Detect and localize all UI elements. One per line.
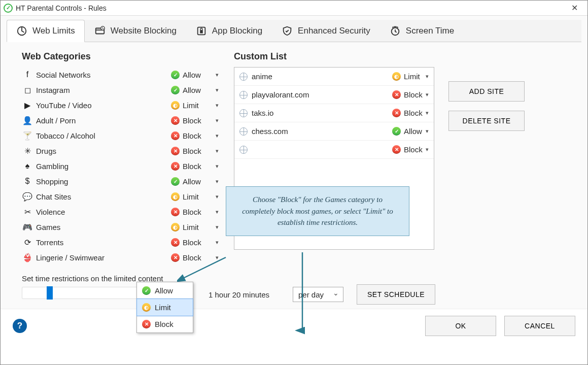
status-block-icon: ✕ xyxy=(171,238,180,247)
close-button[interactable]: ✕ xyxy=(564,1,584,15)
site-action-select[interactable]: ◐Limit ▾ xyxy=(391,71,430,82)
category-row: ✳ Drugs ✕Block ▾ xyxy=(22,143,220,158)
status-limit-icon: ◐ xyxy=(171,101,180,110)
add-site-button[interactable]: ADD SITE xyxy=(448,81,525,102)
action-dropdown[interactable]: ✓Allow◐Limit✕Block xyxy=(136,282,193,333)
globe-icon xyxy=(239,146,248,154)
chevron-down-icon: ▾ xyxy=(426,110,429,116)
tab-enhanced-security[interactable]: Enhanced Security xyxy=(272,20,380,42)
category-action-select[interactable]: ◐Limit ▾ xyxy=(170,100,220,111)
action-label: Block xyxy=(404,109,423,117)
site-action-select[interactable]: ✕Block ▾ xyxy=(391,108,430,118)
custom-list-column: Custom List anime ◐Limit ▾ playvalorant.… xyxy=(234,51,566,305)
category-action-select[interactable]: ✕Block ▾ xyxy=(170,237,220,248)
tab-screen-time[interactable]: Screen Time xyxy=(380,20,464,42)
rules-window: ✓ HT Parental Controls - Rules ✕ Web Lim… xyxy=(0,0,588,365)
category-row: $ Shopping ✓Allow ▾ xyxy=(22,174,220,189)
custom-site-row[interactable]: chess.com ✓Allow ▾ xyxy=(234,122,434,141)
status-block-icon: ✕ xyxy=(171,116,180,125)
category-action-select[interactable]: ✕Block ▾ xyxy=(170,115,220,126)
custom-site-row[interactable]: anime ◐Limit ▾ xyxy=(234,68,434,86)
chevron-down-icon: ▾ xyxy=(216,239,219,246)
clock-icon xyxy=(390,25,401,37)
category-row: 🍸 Tobacco / Alcohol ✕Block ▾ xyxy=(22,128,220,143)
site-action-select[interactable]: ✓Allow ▾ xyxy=(391,126,430,137)
facebook-icon: f xyxy=(22,70,33,79)
action-label: Limit xyxy=(404,72,420,81)
chevron-down-icon: ▾ xyxy=(426,91,429,98)
action-label: Block xyxy=(155,320,174,328)
category-label: Drugs xyxy=(33,147,170,155)
chevron-down-icon: ▾ xyxy=(216,178,219,185)
chevron-down-icon: ▾ xyxy=(216,163,219,170)
help-button[interactable]: ? xyxy=(13,319,27,333)
app-icon: ✓ xyxy=(4,4,13,13)
category-row: ◻ Instagram ✓Allow ▾ xyxy=(22,82,220,97)
tab-label: App Blocking xyxy=(212,26,262,36)
status-allow-icon: ✓ xyxy=(171,177,180,186)
adult-icon: 👤 xyxy=(22,116,33,125)
chevron-down-icon: ▾ xyxy=(216,224,219,230)
limit-value-text: 1 hour 20 minutes xyxy=(209,290,280,299)
category-action-select[interactable]: ✓Allow ▾ xyxy=(170,176,220,187)
globe-icon xyxy=(239,127,248,136)
hint-text: Choose "Block" for the Games category to… xyxy=(242,195,393,226)
slider-thumb[interactable] xyxy=(47,286,53,300)
category-action-select[interactable]: ✕Block ▾ xyxy=(170,130,220,141)
tab-label: Screen Time xyxy=(406,26,454,36)
site-action-select[interactable]: ✕Block ▾ xyxy=(391,144,430,155)
category-label: Tobacco / Alcohol xyxy=(33,131,170,140)
status-block-icon: ✕ xyxy=(171,208,180,216)
window-title: HT Parental Controls - Rules xyxy=(16,4,107,12)
category-action-select[interactable]: ✓Allow ▾ xyxy=(170,85,220,95)
chevron-down-icon: ▾ xyxy=(426,146,429,153)
chevron-down-icon: ▾ xyxy=(426,73,429,80)
status-allow-icon: ✓ xyxy=(392,127,401,136)
status-limit-icon: ◐ xyxy=(171,223,180,231)
status-block-icon: ✕ xyxy=(392,90,401,99)
status-block-icon: ✕ xyxy=(142,320,151,328)
custom-site-row[interactable]: taks.io ✕Block ▾ xyxy=(234,104,434,122)
action-label: Block xyxy=(404,145,423,154)
action-label: Block xyxy=(183,208,201,216)
category-action-select[interactable]: ✕Block ▾ xyxy=(170,161,220,172)
status-block-icon: ✕ xyxy=(392,145,401,154)
dropdown-option-allow[interactable]: ✓Allow xyxy=(137,282,193,299)
category-row: f Social Networks ✓Allow ▾ xyxy=(22,67,220,82)
svg-rect-5 xyxy=(200,30,203,33)
cancel-button[interactable]: CANCEL xyxy=(504,316,575,336)
action-label: Block xyxy=(404,90,423,99)
site-action-select[interactable]: ✕Block ▾ xyxy=(391,89,430,100)
dropdown-option-limit[interactable]: ◐Limit xyxy=(136,298,193,316)
custom-site-row[interactable]: ✕Block ▾ xyxy=(234,141,434,159)
delete-site-button[interactable]: DELETE SITE xyxy=(448,111,525,131)
category-action-select[interactable]: ◐Limit ▾ xyxy=(170,191,220,202)
footer: ? OK CANCEL xyxy=(1,309,587,342)
action-label: Block xyxy=(183,131,201,140)
category-action-select[interactable]: ◐Limit ▾ xyxy=(170,222,220,233)
action-label: Limit xyxy=(183,101,199,110)
tab-app-blocking[interactable]: App Blocking xyxy=(186,20,272,42)
category-action-select[interactable]: ✕Block ▾ xyxy=(170,207,220,217)
action-label: Allow xyxy=(155,286,173,295)
lingerie-icon: 👙 xyxy=(22,253,33,262)
tab-web-limits[interactable]: Web Limits xyxy=(7,20,85,42)
category-row: ⟳ Torrents ✕Block ▾ xyxy=(22,235,220,250)
category-action-select[interactable]: ✓Allow ▾ xyxy=(170,70,220,80)
dropdown-option-block[interactable]: ✕Block xyxy=(137,316,193,333)
action-label: Block xyxy=(183,116,201,125)
category-row: ♠ Gambling ✕Block ▾ xyxy=(22,158,220,174)
drugs-icon: ✳ xyxy=(22,146,33,156)
action-label: Limit xyxy=(183,223,199,231)
tab-website-blocking[interactable]: Website Blocking xyxy=(85,20,186,42)
tab-area: Web Limits Website Blocking App Blocking… xyxy=(1,16,587,309)
instagram-icon: ◻ xyxy=(22,85,33,95)
chevron-down-icon: ▾ xyxy=(216,72,219,78)
custom-site-row[interactable]: playvalorant.com ✕Block ▾ xyxy=(234,86,434,104)
set-schedule-button[interactable]: SET SCHEDULE xyxy=(357,284,435,305)
action-label: Limit xyxy=(155,303,171,312)
action-label: Block xyxy=(183,238,201,247)
ok-button[interactable]: OK xyxy=(425,316,496,336)
category-action-select[interactable]: ✕Block ▾ xyxy=(170,146,220,156)
action-label: Limit xyxy=(183,192,199,201)
